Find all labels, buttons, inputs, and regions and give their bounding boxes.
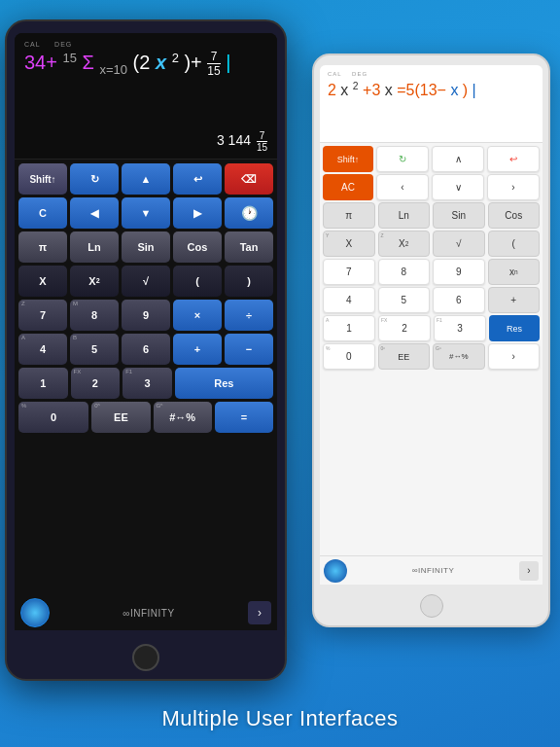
dark-key-row-4: X X2 √ ( ) <box>18 266 273 297</box>
res-key[interactable]: Res <box>175 368 273 399</box>
w-res-key[interactable]: Res <box>489 315 540 341</box>
w-arrow-key[interactable]: › <box>488 343 541 370</box>
w-0-key[interactable]: %0 <box>323 343 375 370</box>
history-key[interactable]: 🕐 <box>225 197 273 229</box>
w-xn-key[interactable]: xn <box>488 259 541 285</box>
w-ln-key[interactable]: Ln <box>378 202 431 229</box>
white-bottombar: ∞INFINITY › <box>320 555 542 585</box>
ln-key[interactable]: Ln <box>70 231 119 263</box>
ee-key[interactable]: 0ⁿEE <box>91 402 150 433</box>
w-4-key[interactable]: 4 <box>323 287 375 313</box>
w-pi-key[interactable]: π <box>323 202 375 229</box>
bottom-tagline: Multiple User Interfaces <box>0 706 560 731</box>
white-row-4: YX ZX2 √ ( <box>323 231 540 257</box>
dark-mode-bar: CAL DEG <box>24 41 267 48</box>
w-redo-key[interactable]: ↻ <box>376 146 429 172</box>
dark-key-row-3: π Ln Sin Cos Tan <box>18 231 273 263</box>
w-hash-key[interactable]: Gⁿ#↔% <box>433 343 485 370</box>
white-row-1: Shift↑ ↻ ∧ ↩ <box>323 146 540 172</box>
cos-key[interactable]: Cos <box>173 231 222 263</box>
dark-result: 3 144 7 15 <box>217 130 267 153</box>
white-row-2: AC ‹ ∨ › <box>323 174 540 200</box>
w-2-key[interactable]: FX2 <box>378 315 431 341</box>
w-3-key[interactable]: F13 <box>434 315 486 341</box>
down-key[interactable]: ▼ <box>122 197 170 229</box>
w-ee-key[interactable]: 0ⁿEE <box>378 343 431 370</box>
three-key[interactable]: F13 <box>122 368 172 399</box>
white-logo-btn[interactable] <box>324 559 347 583</box>
w-x2-key[interactable]: ZX2 <box>378 231 431 257</box>
two-key[interactable]: FX2 <box>71 368 121 399</box>
redo-key[interactable]: ↻ <box>70 163 119 195</box>
four-key[interactable]: A4 <box>18 334 67 365</box>
white-row-8: %0 0ⁿEE Gⁿ#↔% › <box>323 343 540 370</box>
w-right-key[interactable]: › <box>487 174 540 200</box>
sin-key[interactable]: Sin <box>122 231 170 263</box>
w-shift-key[interactable]: Shift↑ <box>323 146 373 172</box>
divide-key[interactable]: ÷ <box>225 300 273 331</box>
hash-key[interactable]: Gⁿ#↔% <box>154 402 212 433</box>
lparen-key[interactable]: ( <box>173 266 222 297</box>
one-key[interactable]: 1 <box>18 368 68 399</box>
dark-key-row-8: %0 0ⁿEE Gⁿ#↔% = <box>18 402 273 433</box>
sqrt-key[interactable]: √ <box>122 266 170 297</box>
zero-key[interactable]: %0 <box>18 402 88 433</box>
seven-key[interactable]: Z7 <box>18 300 67 331</box>
w-sqrt-key[interactable]: √ <box>433 231 485 257</box>
w-5-key[interactable]: 5 <box>378 287 431 313</box>
x-key[interactable]: X <box>18 266 67 297</box>
w-9-key[interactable]: 9 <box>433 259 485 285</box>
dark-infinity-label: ∞INFINITY <box>122 608 174 619</box>
dark-arrow-btn[interactable]: › <box>248 601 271 624</box>
five-key[interactable]: B5 <box>70 334 119 365</box>
dark-key-row-1: Shift↑ ↻ ▲ ↩ ⌫ <box>18 163 273 195</box>
dark-tablet: CAL DEG 34+ 15 Σ x=10 (2 x 2 )+ 7 15 | 3… <box>5 19 287 681</box>
tan-key[interactable]: Tan <box>225 231 273 263</box>
white-screen: CAL DEG 2 x 2 +3 x =5(13− x ) | Shift↑ ↻… <box>320 65 542 585</box>
w-left-key[interactable]: ‹ <box>376 174 429 200</box>
equals-key[interactable]: = <box>215 402 273 433</box>
multiply-key[interactable]: × <box>173 300 222 331</box>
nine-key[interactable]: 9 <box>122 300 170 331</box>
backspace-key[interactable]: ⌫ <box>225 163 273 195</box>
dark-logo-btn[interactable] <box>20 598 50 627</box>
w-cos-key[interactable]: Cos <box>488 202 541 229</box>
left-key[interactable]: ◀ <box>70 197 119 229</box>
w-x-key[interactable]: YX <box>323 231 375 257</box>
undo-key[interactable]: ↩ <box>173 163 222 195</box>
rparen-key[interactable]: ) <box>225 266 273 297</box>
w-undo-key[interactable]: ↩ <box>487 146 540 172</box>
w-sin-key[interactable]: Sin <box>433 202 485 229</box>
w-1-key[interactable]: A1 <box>323 315 375 341</box>
w-plus-key[interactable]: + <box>488 287 541 313</box>
w-7-key[interactable]: 7 <box>323 259 375 285</box>
pi-key[interactable]: π <box>18 231 67 263</box>
white-expression: 2 x 2 +3 x =5(13− x ) | <box>328 81 535 99</box>
eight-key[interactable]: M8 <box>70 300 119 331</box>
white-home-button[interactable] <box>420 594 443 618</box>
w-8-key[interactable]: 8 <box>378 259 431 285</box>
six-key[interactable]: 6 <box>122 334 170 365</box>
white-arrow-btn[interactable]: › <box>519 561 539 581</box>
dark-display: CAL DEG 34+ 15 Σ x=10 (2 x 2 )+ 7 15 | 3… <box>15 33 277 160</box>
white-infinity-label: ∞INFINITY <box>412 566 455 575</box>
w-lparen-key[interactable]: ( <box>488 231 541 257</box>
dark-home-button[interactable] <box>132 644 159 671</box>
right-key[interactable]: ▶ <box>173 197 222 229</box>
shift-key[interactable]: Shift↑ <box>18 163 67 195</box>
clear-key[interactable]: C <box>18 197 67 229</box>
white-row-6: 4 5 6 + <box>323 287 540 313</box>
white-keypad: Shift↑ ↻ ∧ ↩ AC ‹ ∨ › π Ln Sin Cos <box>320 143 542 373</box>
w-ac-key[interactable]: AC <box>323 174 373 200</box>
white-row-5: 7 8 9 xn <box>323 259 540 285</box>
up-key[interactable]: ▲ <box>122 163 170 195</box>
plus-key[interactable]: + <box>173 334 222 365</box>
dark-bottombar: ∞INFINITY › <box>15 595 277 630</box>
w-up-key[interactable]: ∧ <box>432 146 484 172</box>
white-mode-bar: CAL DEG <box>328 71 535 77</box>
w-down-key[interactable]: ∨ <box>432 174 484 200</box>
minus-key[interactable]: − <box>225 334 273 365</box>
w-6-key[interactable]: 6 <box>433 287 485 313</box>
dark-screen: CAL DEG 34+ 15 Σ x=10 (2 x 2 )+ 7 15 | 3… <box>15 33 277 630</box>
x2-key[interactable]: X2 <box>70 266 119 297</box>
